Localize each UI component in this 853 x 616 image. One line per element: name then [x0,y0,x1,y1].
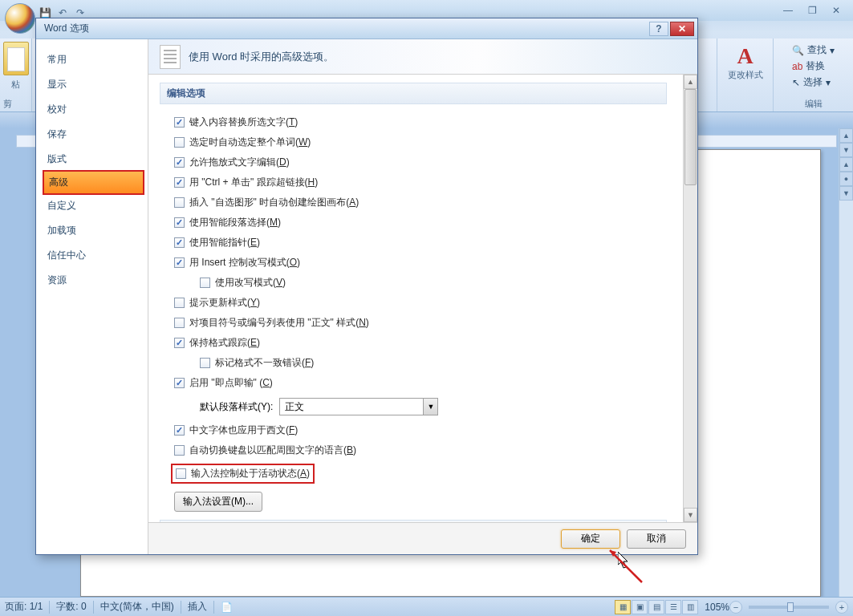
checkbox[interactable] [174,378,185,388]
nav-item-高级[interactable]: 高级 [43,170,144,195]
find-button[interactable]: 🔍查找 ▾ [792,43,835,57]
option-row: 标记格式不一致错误(F) [160,353,667,373]
option-label: 使用智能段落选择(M) [189,216,281,229]
status-bar: 页面: 1/1 字数: 0 中文(简体，中国) 插入 📄 ▦ ▣ ▤ ☰ ▥ 1… [0,597,853,616]
ime-option-row: 输入法控制处于活动状态(A) [160,460,667,487]
full-screen-view[interactable]: ▣ [632,600,648,614]
cancel-button[interactable]: 取消 [627,529,686,549]
office-button[interactable] [5,3,35,34]
zoom-out-button[interactable]: − [729,601,742,614]
nav-item-信任中心[interactable]: 信任中心 [36,243,148,268]
scrollbar-thumb[interactable] [684,89,697,185]
option-label: 允许拖放式文字编辑(D) [189,156,290,169]
zoom-slider[interactable] [749,606,829,609]
scroll-down-icon[interactable]: ▼ [684,508,697,522]
checkbox[interactable] [174,197,185,208]
minimize-button[interactable]: — [778,3,798,18]
nav-item-自定义[interactable]: 自定义 [36,193,148,218]
option-row: 选定时自动选定整个单词(W) [160,132,667,152]
option-label: 自动切换键盘以匹配周围文字的语言(B) [189,444,356,457]
editing-section-header: 编辑选项 [160,83,667,104]
next-page-icon[interactable]: ▼ [839,186,853,201]
vertical-scrollbar[interactable]: ▲ ▼ ▲ ● ▼ [839,128,853,597]
scroll-up-icon[interactable]: ▲ [839,128,853,143]
cut-section-header: 剪切、复制和粘贴 [160,520,667,522]
nav-item-校对[interactable]: 校对 [36,97,148,122]
web-layout-view[interactable]: ▤ [648,600,664,614]
nav-item-资源[interactable]: 资源 [36,268,148,293]
word-options-dialog: Word 选项 ? ✕ 常用显示校对保存版式高级自定义加载项信任中心资源 使用 … [35,18,698,555]
option-row: 用 "Ctrl + 单击" 跟踪超链接(H) [160,172,667,192]
option-row: 使用改写模式(V) [160,273,667,293]
nav-item-加载项[interactable]: 加载项 [36,218,148,243]
dropdown-icon[interactable]: ▼ [424,398,438,415]
option-row: 启用 "即点即输" (C) [160,373,667,393]
nav-item-版式[interactable]: 版式 [36,147,148,172]
editing-label: 编辑 [805,98,823,110]
option-row: 提示更新样式(Y) [160,293,667,313]
dialog-titlebar[interactable]: Word 选项 ? ✕ [36,18,697,39]
dialog-close-button[interactable]: ✕ [670,22,694,36]
dialog-body: 常用显示校对保存版式高级自定义加载项信任中心资源 使用 Word 时采用的高级选… [36,39,697,554]
option-label: 用 Insert 控制改写模式(O) [189,256,300,270]
checkbox[interactable] [174,157,185,168]
restore-button[interactable]: ❐ [802,3,823,18]
checkbox[interactable] [174,177,185,188]
dialog-footer: 确定 取消 [148,522,697,554]
checkbox[interactable] [174,298,185,308]
ime-highlight: 输入法控制处于活动状态(A) [171,464,315,484]
checkbox[interactable] [174,338,185,348]
checkbox[interactable] [174,318,185,328]
select-icon: ↖ [792,77,800,88]
nav-item-显示[interactable]: 显示 [36,72,148,97]
checkbox[interactable] [174,237,185,248]
scroll-up-icon[interactable]: ▲ [684,75,697,89]
default-paragraph-label: 默认段落样式(Y): [200,400,273,414]
option-label: 用 "Ctrl + 单击" 跟踪超链接(H) [189,176,318,189]
checkbox[interactable] [200,358,210,368]
scroll-down-icon[interactable]: ▼ [839,143,853,157]
checkbox[interactable] [174,117,185,128]
replace-button[interactable]: ab替换 [792,59,835,73]
macro-icon[interactable]: 📄 [221,602,233,613]
option-row: 插入 "自选图形" 时自动创建绘图画布(A) [160,192,667,213]
ime-settings-button[interactable]: 输入法设置(M)... [174,492,262,512]
nav-item-常用[interactable]: 常用 [36,47,148,72]
find-icon: 🔍 [792,45,804,56]
browse-object-icon[interactable]: ● [839,172,853,186]
replace-icon: ab [792,61,802,72]
checkbox[interactable] [174,425,185,436]
option-row: 对项目符号或编号列表使用 "正文" 样式(N) [160,313,667,333]
default-paragraph-select[interactable]: 正文 ▼ [279,398,438,415]
dialog-scrollbar[interactable]: ▲ ▼ [683,75,697,522]
checkbox[interactable] [174,257,185,268]
help-button[interactable]: ? [649,22,668,36]
zoom-level[interactable]: 105% [705,602,729,613]
header-icon [160,45,181,69]
styles-icon[interactable]: A [737,43,753,69]
select-button[interactable]: ↖选择 ▾ [792,75,835,89]
content-scroll: 编辑选项 键入内容替换所选文字(T)选定时自动选定整个单词(W)允许拖放式文字编… [148,75,697,522]
ok-button[interactable]: 确定 [561,529,620,549]
checkbox[interactable] [174,445,185,456]
prev-page-icon[interactable]: ▲ [839,157,853,172]
option-row: 使用智能指针(E) [160,233,667,253]
print-layout-view[interactable]: ▦ [615,600,631,614]
ime-checkbox[interactable] [176,468,186,479]
language-status[interactable]: 中文(简体，中国) [100,600,174,614]
word-count[interactable]: 字数: 0 [56,600,86,614]
checkbox[interactable] [174,137,185,148]
page-status[interactable]: 页面: 1/1 [5,600,43,614]
checkbox[interactable] [174,217,185,228]
nav-item-保存[interactable]: 保存 [36,122,148,147]
checkbox[interactable] [200,278,210,288]
zoom-in-button[interactable]: + [835,601,848,614]
view-buttons: ▦ ▣ ▤ ☰ ▥ [615,600,698,614]
draft-view[interactable]: ▥ [682,600,698,614]
close-button[interactable]: ✕ [826,3,847,18]
outline-view[interactable]: ☰ [665,600,681,614]
insert-mode[interactable]: 插入 [188,600,207,614]
paste-icon[interactable] [3,42,29,75]
paste-label: 粘 [11,79,20,91]
clipboard-label: 剪 [3,98,12,110]
